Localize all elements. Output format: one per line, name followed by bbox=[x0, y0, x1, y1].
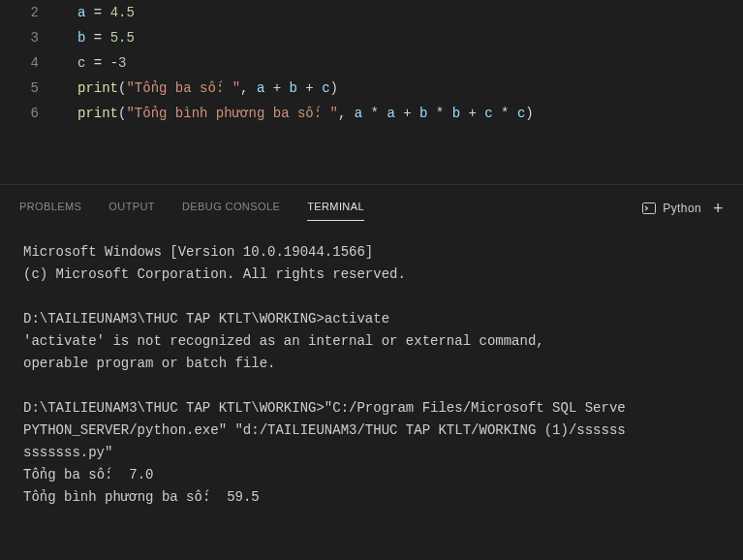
new-terminal-button[interactable]: + bbox=[713, 199, 724, 219]
line-number: 5 bbox=[0, 76, 58, 101]
bottom-panel: PROBLEMS OUTPUT DEBUG CONSOLE TERMINAL P… bbox=[0, 184, 743, 560]
line-number: 2 bbox=[0, 0, 58, 25]
terminal-profile-selector[interactable]: Python bbox=[641, 201, 701, 216]
code-line[interactable]: 6print("Tổng bình phương ba số: ", a * a… bbox=[0, 101, 743, 126]
code-content[interactable]: a = 4.5 bbox=[58, 0, 135, 25]
code-content[interactable]: c = -3 bbox=[58, 50, 126, 76]
line-number: 4 bbox=[0, 50, 58, 76]
line-number: 6 bbox=[0, 101, 58, 126]
tab-terminal[interactable]: TERMINAL bbox=[307, 197, 364, 221]
terminal-output[interactable]: Microsoft Windows [Version 10.0.19044.15… bbox=[0, 224, 743, 526]
run-in-terminal-icon bbox=[641, 201, 657, 216]
tab-output[interactable]: OUTPUT bbox=[108, 197, 155, 220]
svg-rect-0 bbox=[643, 203, 656, 214]
interpreter-label: Python bbox=[663, 202, 701, 215]
tab-problems[interactable]: PROBLEMS bbox=[19, 197, 81, 220]
editor-blank-area[interactable] bbox=[0, 126, 743, 184]
tab-debug-console[interactable]: DEBUG CONSOLE bbox=[182, 197, 280, 220]
code-editor[interactable]: 2a = 4.53b = 5.54c = -35print("Tổng ba s… bbox=[0, 0, 743, 126]
code-content[interactable]: b = 5.5 bbox=[58, 25, 135, 50]
code-line[interactable]: 4c = -3 bbox=[0, 50, 743, 76]
code-line[interactable]: 2a = 4.5 bbox=[0, 0, 743, 25]
code-line[interactable]: 3b = 5.5 bbox=[0, 25, 743, 50]
line-number: 3 bbox=[0, 25, 58, 50]
code-line[interactable]: 5print("Tổng ba số: ", a + b + c) bbox=[0, 76, 743, 101]
code-content[interactable]: print("Tổng ba số: ", a + b + c) bbox=[58, 76, 338, 101]
panel-tab-bar: PROBLEMS OUTPUT DEBUG CONSOLE TERMINAL P… bbox=[0, 185, 743, 224]
code-content[interactable]: print("Tổng bình phương ba số: ", a * a … bbox=[58, 101, 534, 126]
